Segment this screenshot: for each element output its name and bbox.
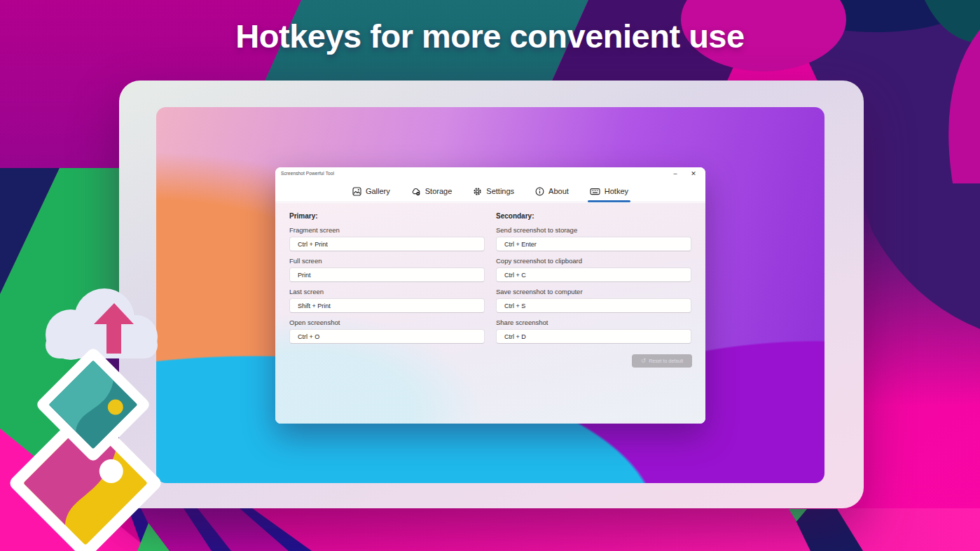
hotkey-input-open-screenshot[interactable]	[289, 329, 485, 344]
tab-about[interactable]: About	[535, 181, 569, 202]
keyboard-icon	[590, 187, 600, 196]
gear-icon	[473, 187, 482, 196]
field-label: Fragment screen	[289, 226, 485, 235]
field-label: Save screenshot to computer	[496, 288, 691, 296]
gallery-image-icon	[352, 187, 361, 196]
field-copy-to-clipboard: Copy screenshot to clipboard	[496, 257, 691, 282]
tab-label: Gallery	[366, 187, 390, 195]
field-label: Full screen	[289, 257, 485, 265]
cloud-storage-icon	[411, 187, 421, 196]
tab-gallery[interactable]: Gallery	[352, 181, 390, 202]
secondary-column: Secondary: Send screenshot to storage Co…	[496, 203, 691, 344]
field-label: Copy screenshot to clipboard	[496, 257, 691, 265]
field-label: Open screenshot	[289, 319, 485, 327]
field-full-screen: Full screen	[289, 257, 485, 282]
info-icon	[535, 187, 544, 196]
close-button[interactable]: ✕	[686, 167, 701, 181]
primary-column: Primary: Fragment screen Full screen Las…	[289, 203, 485, 344]
hotkey-input-save-to-computer[interactable]	[496, 298, 691, 313]
app-window: Screenshot Powerful Tool – ✕ Gallery S	[275, 167, 705, 424]
hotkey-input-share-screenshot[interactable]	[496, 329, 691, 344]
field-label: Share screenshot	[496, 319, 691, 327]
hotkey-input-copy-to-clipboard[interactable]	[496, 267, 691, 282]
tab-label: Storage	[425, 187, 453, 195]
field-fragment-screen: Fragment screen	[289, 226, 485, 251]
page-title: Hotkeys for more convenient use	[0, 17, 980, 55]
field-send-to-storage: Send screenshot to storage	[496, 226, 691, 251]
reset-icon: ↺	[641, 358, 647, 364]
field-label: Send screenshot to storage	[496, 226, 691, 235]
hotkey-input-full-screen[interactable]	[289, 267, 485, 282]
tab-label: Settings	[486, 187, 514, 195]
field-last-screen: Last screen	[289, 288, 485, 313]
field-save-to-computer: Save screenshot to computer	[496, 288, 691, 313]
tab-storage[interactable]: Storage	[411, 181, 453, 202]
active-tab-underline	[588, 200, 630, 202]
tab-label: About	[548, 187, 569, 195]
window-titlebar: Screenshot Powerful Tool – ✕	[275, 167, 705, 181]
field-open-screenshot: Open screenshot	[289, 319, 485, 344]
hotkey-input-last-screen[interactable]	[289, 298, 485, 313]
window-title: Screenshot Powerful Tool	[281, 171, 334, 176]
tab-label: Hotkey	[605, 187, 628, 195]
section-heading-secondary: Secondary:	[496, 211, 691, 221]
hotkey-input-fragment-screen[interactable]	[289, 237, 485, 251]
reset-to-default-button[interactable]: ↺ Reset to default	[632, 354, 692, 368]
field-label: Last screen	[289, 288, 485, 296]
hotkey-settings-panel: Primary: Fragment screen Full screen Las…	[275, 203, 705, 424]
minimize-button[interactable]: –	[668, 167, 683, 181]
stage: Hotkeys for more convenient use	[0, 0, 980, 551]
hotkey-input-send-to-storage[interactable]	[496, 237, 691, 251]
field-share-screenshot: Share screenshot	[496, 319, 691, 344]
tab-bar: Gallery Storage Settings	[275, 181, 705, 202]
tab-hotkey[interactable]: Hotkey	[590, 181, 628, 202]
tab-settings[interactable]: Settings	[473, 181, 514, 202]
reset-button-label: Reset to default	[649, 358, 683, 363]
section-heading-primary: Primary:	[289, 211, 485, 221]
